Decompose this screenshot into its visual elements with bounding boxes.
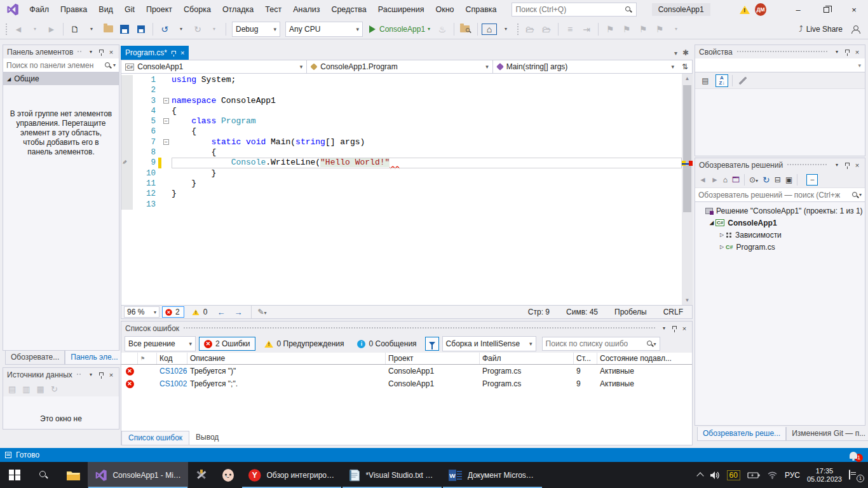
- taskbar-app-notepad[interactable]: *Visual Studio.txt – ...: [342, 462, 442, 488]
- notifications-bell-icon[interactable]: [850, 452, 857, 459]
- start-debugging-button[interactable]: ConsoleApp1▾: [365, 25, 434, 34]
- comment-out-icon[interactable]: 🗁: [522, 22, 538, 37]
- data-sources-title-bar[interactable]: Источники данных ▾ ×: [3, 368, 119, 381]
- breakpoint-margin[interactable]: [121, 75, 133, 85]
- taskbar-app-visual-studio[interactable]: ConsoleApp1 - Mic...: [88, 462, 188, 488]
- properties-pages-icon[interactable]: ▣: [785, 175, 792, 184]
- edit-data-source-icon[interactable]: ▦: [37, 384, 44, 394]
- source-combo[interactable]: Сборка и IntelliSense▾: [442, 336, 536, 351]
- breakpoint-margin[interactable]: [121, 85, 133, 95]
- column-line[interactable]: Ст...: [574, 353, 597, 364]
- window-position-icon[interactable]: ▾: [86, 370, 96, 380]
- toolbox-search-input[interactable]: [6, 61, 104, 70]
- refresh-icon[interactable]: ↻: [763, 175, 770, 185]
- volume-icon[interactable]: [710, 471, 720, 480]
- scrollbar-thumb[interactable]: [683, 85, 691, 212]
- close-icon[interactable]: ×: [852, 47, 862, 57]
- next-bookmark-icon[interactable]: ⚑: [635, 22, 651, 37]
- close-button[interactable]: ×: [840, 0, 868, 19]
- editor-options-icon[interactable]: ✱: [682, 48, 689, 57]
- clock[interactable]: 17:3505.02.2023: [807, 467, 842, 484]
- taskbar-app-isaac[interactable]: [215, 462, 241, 488]
- redo-dropdown-icon[interactable]: ▾: [207, 22, 222, 37]
- tab-error-list[interactable]: Список ошибок: [121, 431, 189, 445]
- error-search-input[interactable]: [546, 339, 646, 348]
- quick-search-input[interactable]: [516, 5, 625, 14]
- menu-item-2[interactable]: Вид: [93, 0, 119, 19]
- clear-bookmarks-icon[interactable]: ⚑: [652, 22, 667, 37]
- toolbar-overflow-icon[interactable]: ▾: [498, 22, 513, 37]
- toggle-bookmark-icon[interactable]: ⚑: [602, 22, 618, 37]
- type-nav-combo[interactable]: ConsoleApp1.Program▾: [307, 60, 492, 73]
- bookmarks-overflow-icon[interactable]: ▾: [668, 22, 684, 37]
- previous-issue-icon[interactable]: ←: [214, 308, 228, 317]
- errors-filter-button[interactable]: ✕2 Ошибки: [199, 337, 255, 351]
- battery-percent-widget[interactable]: 60: [727, 470, 740, 480]
- toolbar-grip[interactable]: [5, 23, 8, 36]
- back-dropdown-icon[interactable]: ▾: [27, 22, 43, 37]
- fold-margin[interactable]: −: [161, 116, 172, 126]
- window-position-icon[interactable]: ▾: [832, 160, 842, 170]
- search-options-icon[interactable]: ▾: [859, 192, 862, 198]
- previous-bookmark-icon[interactable]: ⚑: [619, 22, 634, 37]
- menu-item-1[interactable]: Правка: [55, 0, 93, 19]
- split-window-icon[interactable]: ⇅: [678, 60, 692, 73]
- error-list-title-bar[interactable]: Список ошибок ▾ ×: [121, 322, 692, 335]
- new-file-dropdown-icon[interactable]: ▾: [84, 22, 99, 37]
- column-state[interactable]: Состояние подавл...: [597, 353, 692, 364]
- code-line-12[interactable]: 12 }: [121, 189, 682, 199]
- spaces-indicator[interactable]: Пробелы: [614, 308, 647, 316]
- panel-drag-grip[interactable]: [736, 50, 828, 53]
- editor-vertical-scrollbar[interactable]: ▲ ▼: [682, 74, 693, 305]
- pin-icon[interactable]: [842, 160, 852, 170]
- fold-margin[interactable]: −: [161, 96, 172, 106]
- undo-icon[interactable]: ↺: [157, 22, 172, 37]
- breakpoint-margin[interactable]: [121, 116, 133, 126]
- undo-dropdown-icon[interactable]: ▾: [173, 22, 189, 37]
- code-line-9[interactable]: ✎ 9 Console.WriteLine("Hello World!": [121, 158, 682, 168]
- code-line-10[interactable]: 10 }: [121, 168, 682, 179]
- hidden-icons-chevron[interactable]: [696, 472, 703, 479]
- member-nav-combo[interactable]: Main(string[] args)▾: [493, 60, 678, 73]
- taskbar-app-yandex[interactable]: Y Обзор интегриров...: [241, 462, 342, 488]
- solution-search-box[interactable]: ▾: [695, 188, 865, 202]
- pin-tab-icon[interactable]: [172, 51, 176, 54]
- battery-icon[interactable]: [747, 471, 760, 479]
- code-cleanup-icon[interactable]: ✎▾: [257, 308, 266, 316]
- code-line-3[interactable]: 3 − namespace ConsoleApp1: [121, 96, 682, 106]
- tab-server-explorer[interactable]: Обозревате...: [5, 351, 65, 365]
- breakpoint-margin[interactable]: [121, 147, 133, 158]
- panel-drag-grip[interactable]: [76, 373, 82, 376]
- save-icon[interactable]: [117, 22, 132, 37]
- scroll-down-icon[interactable]: ▼: [682, 295, 693, 305]
- project-nav-combo[interactable]: C# ConsoleApp1▾: [121, 60, 307, 73]
- collapse-region-icon[interactable]: −: [163, 139, 169, 145]
- save-all-icon[interactable]: [133, 22, 149, 37]
- wifi-icon[interactable]: [767, 471, 778, 479]
- feedback-icon[interactable]: [851, 25, 859, 33]
- panel-drag-grip[interactable]: [183, 327, 655, 330]
- tab-solution-explorer[interactable]: Обозреватель реше...: [697, 427, 786, 441]
- file-explorer-button[interactable]: [58, 462, 88, 488]
- toolbar-grip[interactable]: [517, 23, 519, 36]
- eol-indicator[interactable]: CRLF: [663, 308, 683, 316]
- editor-error-count[interactable]: ✕2: [162, 306, 184, 318]
- window-position-icon[interactable]: ▾: [86, 47, 96, 57]
- find-in-files-icon[interactable]: [458, 22, 473, 37]
- notification-warning-icon[interactable]: [740, 6, 749, 14]
- pin-icon[interactable]: [669, 323, 679, 334]
- menu-item-11[interactable]: Окно: [430, 0, 459, 19]
- collapse-all-icon[interactable]: ⊟: [775, 175, 781, 184]
- menu-item-10[interactable]: Расширения: [372, 0, 430, 19]
- messages-filter-button[interactable]: i0 Сообщения: [352, 337, 421, 351]
- close-icon[interactable]: ×: [106, 370, 116, 380]
- show-all-files-icon[interactable]: −: [806, 174, 818, 186]
- column-code[interactable]: Код: [157, 353, 187, 364]
- collapsed-icon[interactable]: ▷: [718, 232, 726, 238]
- language-indicator[interactable]: РУС: [785, 471, 800, 480]
- expanded-icon[interactable]: ◢: [708, 220, 715, 226]
- close-icon[interactable]: ×: [106, 47, 116, 57]
- add-data-source-icon[interactable]: ▤: [8, 384, 16, 394]
- refresh-icon[interactable]: ↻: [51, 384, 58, 394]
- properties-title-bar[interactable]: Свойства ▾ ×: [695, 45, 865, 58]
